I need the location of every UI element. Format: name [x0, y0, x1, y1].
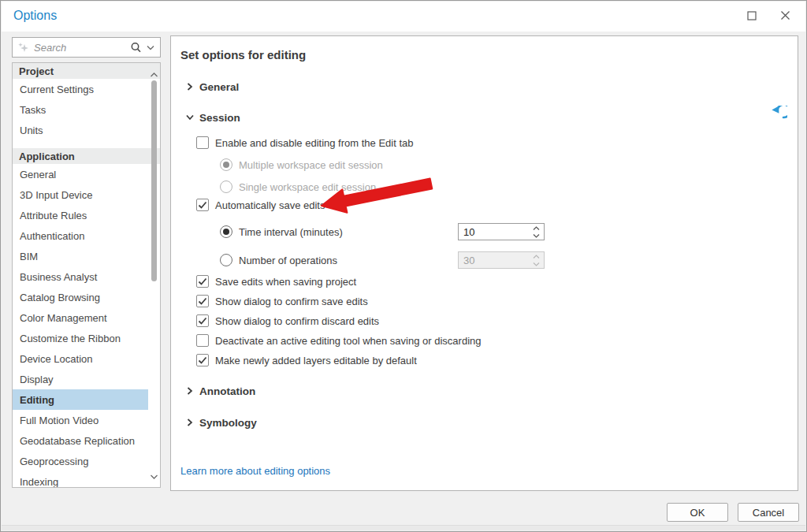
chevron-right-icon — [185, 386, 194, 396]
learn-more-link[interactable]: Learn more about editing options — [180, 465, 330, 477]
sidebar-item-tasks[interactable]: Tasks — [13, 99, 148, 120]
sidebar-group-application: Application — [13, 148, 160, 164]
sidebar-item-business-analyst[interactable]: Business Analyst — [13, 266, 148, 287]
sidebar-item-indexing[interactable]: Indexing — [13, 471, 148, 488]
section-session[interactable]: Session — [185, 110, 240, 125]
close-icon — [780, 9, 790, 24]
radio-selected — [220, 225, 232, 238]
option-confirm-save[interactable]: Show dialog to confirm save edits — [196, 293, 368, 309]
sidebar-item-device-location[interactable]: Device Location — [13, 348, 148, 369]
red-annotation-arrow — [317, 177, 437, 221]
sidebar-item-general[interactable]: General — [13, 164, 148, 184]
search-box — [12, 37, 161, 58]
page-title: Set options for editing — [180, 48, 306, 61]
scroll-down-icon[interactable] — [150, 469, 158, 483]
window-bottom-edge — [2, 525, 805, 530]
cancel-button[interactable]: Cancel — [738, 503, 799, 522]
option-auto-save-edits[interactable]: Automatically save edits — [196, 197, 325, 213]
sidebar-scrollbar — [148, 63, 160, 487]
window-title: Options — [13, 9, 57, 23]
checkbox-unchecked — [196, 136, 209, 149]
maximize-icon — [747, 9, 757, 24]
radio-unselected-disabled — [220, 180, 232, 193]
sidebar-item-geoprocessing[interactable]: Geoprocessing — [13, 451, 148, 471]
group-label-project: Project — [19, 65, 54, 77]
search-dropdown-chevron-icon[interactable] — [147, 45, 154, 50]
spinner-down-icon — [533, 262, 540, 266]
option-number-of-operations[interactable]: Number of operations — [220, 251, 337, 269]
chevron-right-icon — [185, 418, 194, 427]
checkbox-checked — [196, 295, 209, 307]
sidebar-item-geodatabase-replication[interactable]: Geodatabase Replication — [13, 430, 148, 451]
section-symbology[interactable]: Symbology — [185, 415, 257, 430]
spinner-up-icon — [533, 226, 540, 231]
sidebar-item-customize-the-ribbon[interactable]: Customize the Ribbon — [13, 328, 148, 348]
sidebar: Project Current Settings Tasks Units App… — [12, 62, 161, 488]
ok-button[interactable]: OK — [667, 503, 728, 522]
number-of-operations-spinner: 30 — [458, 251, 545, 269]
sidebar-item-authentication[interactable]: Authentication — [13, 225, 148, 246]
chevron-right-icon — [185, 82, 194, 91]
option-save-on-project-save[interactable]: Save edits when saving project — [196, 273, 356, 289]
sidebar-item-3d-input-device[interactable]: 3D Input Device — [13, 184, 148, 205]
sidebar-item-bim[interactable]: BIM — [13, 246, 148, 266]
group-spacer — [13, 140, 160, 148]
options-dialog: Options — [0, 0, 807, 532]
sidebar-item-display[interactable]: Display — [13, 369, 148, 389]
close-button[interactable] — [772, 6, 798, 27]
checkbox-checked — [196, 199, 209, 211]
reset-session-options-button[interactable] — [767, 106, 787, 126]
sidebar-item-catalog-browsing[interactable]: Catalog Browsing — [13, 287, 148, 307]
group-label-application: Application — [19, 151, 75, 162]
radio-unselected — [220, 254, 232, 266]
section-annotation[interactable]: Annotation — [185, 383, 255, 399]
maximize-button[interactable] — [739, 6, 764, 27]
checkbox-unchecked — [196, 334, 209, 347]
sparkle-icon — [17, 42, 29, 54]
sidebar-item-attribute-rules[interactable]: Attribute Rules — [13, 205, 148, 225]
checkbox-checked — [196, 314, 209, 327]
scrollbar-thumb[interactable] — [151, 80, 157, 281]
checkbox-checked — [196, 275, 209, 288]
radio-selected-disabled — [220, 158, 232, 171]
option-multiple-workspace: Multiple workspace edit session — [220, 157, 383, 173]
editing-options-panel: Set options for editing General Session — [170, 35, 798, 491]
option-deactivate-tool[interactable]: Deactivate an active editing tool when s… — [196, 333, 481, 348]
sidebar-item-full-motion-video[interactable]: Full Motion Video — [13, 410, 148, 430]
undo-icon — [767, 115, 787, 128]
option-time-interval[interactable]: Time interval (minutes) — [220, 223, 343, 240]
sidebar-item-color-management[interactable]: Color Management — [13, 307, 148, 328]
scroll-up-icon[interactable] — [150, 67, 158, 81]
option-enable-edit-tab[interactable]: Enable and disable editing from the Edit… — [196, 135, 414, 151]
time-interval-spinner[interactable]: 10 — [458, 223, 545, 240]
chevron-down-icon — [185, 114, 194, 121]
sidebar-group-project: Project — [13, 63, 160, 79]
title-bar: Options — [2, 2, 805, 32]
search-icon[interactable] — [130, 42, 142, 54]
spinner-up-icon — [533, 255, 540, 259]
sidebar-item-editing[interactable]: Editing — [13, 389, 148, 410]
search-input[interactable] — [29, 42, 130, 54]
checkbox-checked — [196, 354, 209, 366]
sidebar-item-current-settings[interactable]: Current Settings — [13, 79, 148, 99]
sidebar-item-units[interactable]: Units — [13, 120, 148, 140]
section-general[interactable]: General — [185, 79, 239, 95]
option-confirm-discard[interactable]: Show dialog to confirm discard edits — [196, 313, 379, 329]
option-newly-added-editable[interactable]: Make newly added layers editable by defa… — [196, 352, 417, 368]
spinner-down-icon — [533, 233, 540, 238]
